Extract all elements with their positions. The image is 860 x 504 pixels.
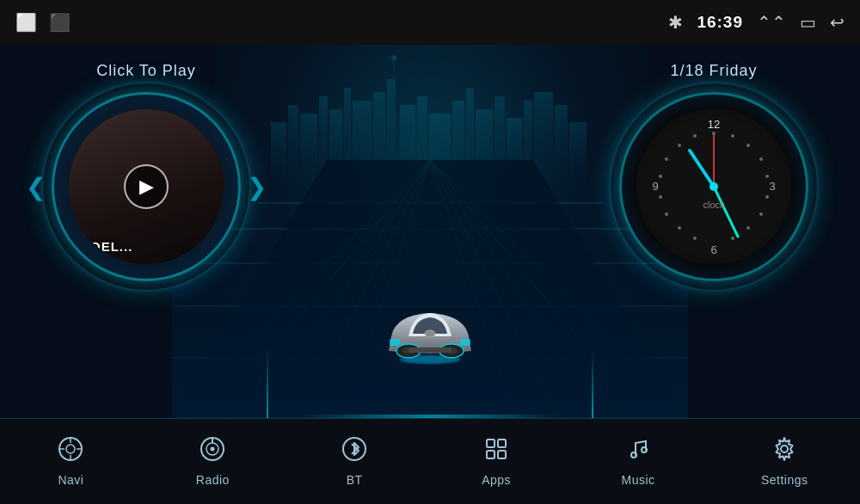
signal-icon: ⌃⌃ [757,12,786,33]
svg-point-84 [211,447,215,452]
music-label: Music [621,473,654,487]
navi-label: Navi [58,473,83,487]
svg-rect-6 [353,101,372,191]
clock-time: 16:39 [697,13,743,32]
svg-rect-2 [300,114,317,191]
nav-item-apps[interactable]: Apps [462,429,531,494]
svg-text:3: 3 [769,180,775,193]
svg-rect-1 [288,105,298,191]
svg-text:6: 6 [710,243,716,256]
svg-text:12: 12 [708,118,720,131]
car-image [361,289,499,366]
music-icon [625,436,651,468]
main-area: Click To Play ▶ ADEL... ❮ ❯ 1/18 Friday [0,45,860,418]
svg-rect-89 [487,451,494,458]
svg-point-56 [746,144,750,147]
settings-label: Settings [761,473,808,487]
clock-dial: 12 3 6 9 [619,92,808,281]
svg-rect-20 [534,92,553,191]
bluetooth-icon: ✱ [668,12,683,33]
svg-point-67 [659,175,662,178]
svg-rect-46 [408,347,452,353]
nav-item-radio[interactable]: Radio [178,429,247,494]
nav-item-navi[interactable]: Navi [36,429,105,494]
svg-point-58 [765,175,769,178]
svg-point-59 [765,195,769,199]
nav-item-music[interactable]: Music [604,429,673,494]
svg-rect-13 [429,114,451,191]
navi-icon [58,436,83,468]
svg-point-70 [693,134,697,138]
svg-point-69 [678,144,681,147]
album-art[interactable]: ▶ ADEL... [69,109,224,264]
svg-rect-48 [390,339,400,346]
status-right-area: ✱ 16:39 ⌃⌃ ▭ ↩ [668,12,845,33]
svg-rect-49 [460,339,470,346]
click-to-play-label[interactable]: Click To Play [26,62,267,80]
album-title: ADEL... [81,239,132,254]
svg-point-61 [746,226,750,230]
svg-rect-88 [498,439,506,447]
svg-line-72 [714,187,738,237]
svg-rect-87 [487,439,494,447]
nav-item-settings[interactable]: Settings [746,429,824,494]
next-arrow[interactable]: ❯ [247,173,267,201]
apps-label: Apps [482,473,511,487]
svg-rect-4 [329,109,342,191]
svg-text:9: 9 [652,180,658,193]
svg-rect-14 [452,101,464,191]
svg-point-74 [710,182,718,191]
svg-rect-22 [569,122,587,191]
svg-rect-11 [400,105,415,191]
radio-icon [200,436,225,468]
right-clock-panel: 1/18 Friday 12 3 6 9 [593,62,834,389]
apps-icon [483,436,509,468]
back-icon: ↩ [830,12,845,33]
prev-arrow[interactable]: ❮ [26,173,46,201]
play-button[interactable]: ▶ [124,164,169,209]
status-left-icons: ⬜ ⬛ [15,12,71,33]
nav-bar: Navi Radio BT [0,418,860,504]
svg-text:clock: clock [703,200,725,210]
settings-icon [771,436,797,468]
status-bar: ⬜ ⬛ ✱ 16:39 ⌃⌃ ▭ ↩ [0,0,860,45]
svg-line-71 [690,151,714,187]
svg-point-91 [631,452,636,458]
svg-point-64 [678,226,681,230]
album-art-inner: ▶ ADEL... [69,109,224,264]
svg-point-65 [665,212,668,216]
svg-rect-7 [373,92,385,191]
svg-rect-5 [344,88,351,191]
svg-point-62 [731,237,734,240]
radio-label: Radio [196,473,230,487]
window2-icon: ▭ [800,12,816,33]
svg-point-93 [781,446,788,452]
svg-point-66 [659,195,662,199]
music-dial[interactable]: ▶ ADEL... ❮ ❯ [52,92,241,281]
svg-rect-15 [466,88,474,191]
clock-face: 12 3 6 9 [636,109,791,264]
date-display: 1/18 Friday [593,62,834,80]
svg-point-10 [391,55,396,60]
accent-line-right [592,349,593,418]
svg-rect-9 [393,58,395,79]
svg-point-55 [731,134,734,138]
svg-rect-17 [494,96,505,191]
window-icon: ⬜ [15,12,37,33]
svg-point-60 [759,212,763,216]
svg-rect-12 [417,96,427,191]
svg-point-68 [665,157,668,161]
svg-point-77 [66,445,75,453]
svg-rect-90 [498,451,506,458]
svg-rect-8 [387,79,396,191]
svg-rect-16 [476,109,493,191]
svg-rect-21 [555,105,568,191]
cityscape-bg [267,53,593,191]
svg-rect-3 [319,96,328,191]
svg-point-63 [693,237,697,240]
left-music-panel: Click To Play ▶ ADEL... ❮ ❯ [26,62,267,389]
screen-icon: ⬛ [49,12,71,33]
nav-item-bt[interactable]: BT [320,429,389,494]
svg-rect-19 [524,101,532,191]
accent-line-left [267,349,268,418]
